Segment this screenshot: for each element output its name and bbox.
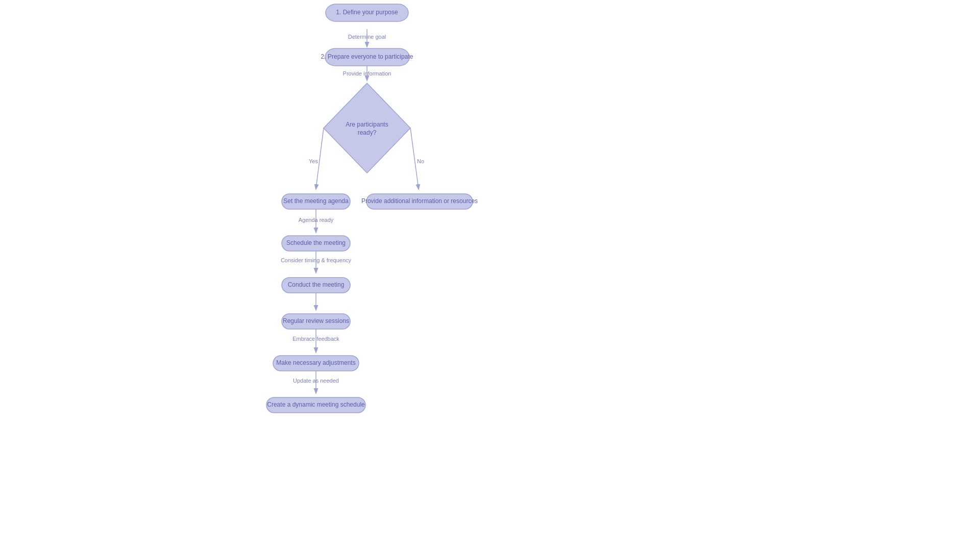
node-define-purpose-label: 1. Define your purpose (336, 9, 398, 16)
node-dynamic-schedule-label: Create a dynamic meeting schedule (267, 401, 365, 408)
edge-label-feedback: Embrace feedback (292, 336, 339, 342)
flowchart-container: Determine goal 1. Define your purpose Pr… (0, 0, 980, 551)
node-adjustments-label: Make necessary adjustments (276, 359, 355, 366)
edge-label-yes: Yes (309, 158, 318, 164)
node-schedule-meeting-label: Schedule the meeting (286, 239, 346, 246)
node-conduct-meeting-label: Conduct the meeting (288, 281, 345, 288)
edge-label-timing: Consider timing & frequency (281, 257, 352, 263)
node-set-agenda-label: Set the meeting agenda (283, 197, 349, 205)
edge-label-no: No (417, 158, 424, 164)
node-participants-ready-label2: ready? (358, 129, 377, 136)
edge-label-determine-goal: Determine goal (348, 34, 386, 40)
node-prepare-everyone-label: 2. Prepare everyone to participate (321, 53, 413, 60)
node-participants-ready-label: Are participants (346, 121, 388, 128)
edge-label-agenda-ready: Agenda ready (299, 217, 334, 223)
node-provide-additional-label: Provide additional information or resour… (361, 197, 478, 205)
edge-label-provide-info: Provide information (343, 70, 391, 77)
node-review-sessions-label: Regular review sessions (283, 317, 349, 324)
edge-label-update: Update as needed (293, 378, 339, 384)
